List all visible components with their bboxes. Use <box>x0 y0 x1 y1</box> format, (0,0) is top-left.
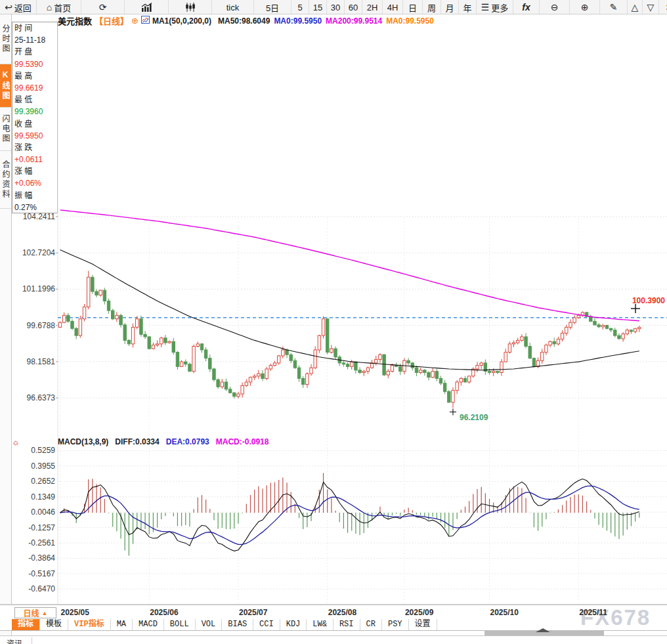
toolbar-item-triangle-up-icon[interactable]: △ <box>628 0 643 14</box>
time-axis: 日线 ▲ 2025/052025/062025/072025/082025/09… <box>0 605 667 619</box>
toolbar-item-label: 返回 <box>14 1 32 14</box>
macd-axis-label: -0.2561 <box>28 538 55 547</box>
macd-axis-label: -0.5167 <box>28 569 55 578</box>
zoom-in-icon: ⊕ <box>581 3 589 12</box>
indicator-tab-指标[interactable]: 指标 <box>12 619 40 630</box>
toolbar-item-2H[interactable]: 2H <box>362 0 383 14</box>
ma-value: MA0:99.5950 <box>274 16 322 26</box>
toolbar-item-refresh-icon[interactable]: ⟳ <box>81 0 125 14</box>
indicator-tab-VIP指标[interactable]: VIP指标 <box>68 619 111 630</box>
indicator-tab-VOL[interactable]: VOL <box>196 619 223 630</box>
symbol-name: 美元指数 <box>58 14 92 27</box>
triangle-down-icon: ▽ <box>647 3 655 12</box>
macd-axis-label: 0.0046 <box>31 507 55 517</box>
macd-value: DEA:0.0793 <box>166 437 209 448</box>
macd-axis-label: 0.1349 <box>31 492 55 502</box>
chart-title-row: 美元指数 【日线】 ⊕ MA1(50,0,200,0) MA50:98.6049… <box>58 15 434 26</box>
bar-chart-icon <box>141 3 152 12</box>
toolbar-item-返回[interactable]: ↩返回 <box>0 0 37 14</box>
indicator-tab-PSY[interactable]: PSY <box>382 619 409 630</box>
low-annotation-label: 96.2109 <box>460 413 488 422</box>
toolbar-item-label: 2H <box>367 3 378 12</box>
price-macd-chart[interactable]: 104.2411102.7204101.199699.678898.158196… <box>0 26 667 605</box>
toolbar-item-bar-chart-icon[interactable] <box>125 0 169 14</box>
toolbar-item-日[interactable]: 日 <box>403 0 423 14</box>
toolbar-item-首页[interactable]: ⌂首页 <box>37 0 81 14</box>
month-label: 2025/06 <box>150 608 178 617</box>
indicator-tab-CR[interactable]: CR <box>360 619 382 630</box>
indicator-tab-bar: 指标模板VIP指标MAMACDBOLLVOLBIASCCIKDJLW&RSICR… <box>0 619 667 631</box>
toolbar-item-label: 日 <box>408 1 417 14</box>
triangle-up-small-icon: ▲ <box>42 610 48 616</box>
macd-settings-icon[interactable]: ☼ <box>12 437 20 447</box>
macd-values: DIFF:0.0334DEA:0.0793MACD:-0.0918 <box>115 437 269 448</box>
toolbar-item-pencil-icon[interactable]: ✎ <box>600 0 628 14</box>
month-label: 2025/05 <box>61 608 89 617</box>
toolbar-item-candlestick-icon[interactable] <box>169 0 212 14</box>
toolbar-item-zoom-in-icon[interactable]: ⊕ <box>570 0 600 14</box>
candlestick-icon <box>185 3 196 12</box>
toolbar-item-label: 4H <box>387 3 398 12</box>
macd-axis-label: 0.5259 <box>31 446 55 455</box>
indicator-tab-BIAS[interactable]: BIAS <box>222 619 253 630</box>
toolbar-item-fx-icon[interactable]: fx <box>513 0 540 14</box>
ma-values: MA50:98.6049MA0:99.5950MA200:99.9514MA0:… <box>214 16 434 26</box>
indicator-tab-BOLL[interactable]: BOLL <box>164 619 196 630</box>
fx-icon: fx <box>522 3 530 12</box>
macd-axis-label: 0.2652 <box>31 477 55 486</box>
indicator-tab-LW&[interactable]: LW& <box>307 619 334 630</box>
news-tab[interactable]: 资讯 <box>5 637 32 644</box>
toolbar-item-4H[interactable]: 4H <box>383 0 403 14</box>
toolbar-item-模拟[interactable]: $模拟 <box>659 0 667 14</box>
dea-line <box>60 486 639 544</box>
indicator-tab-模板[interactable]: 模板 <box>40 619 68 630</box>
indicator-tab-设置[interactable]: 设置 <box>409 619 437 630</box>
macd-value: MACD:-0.0918 <box>216 437 269 448</box>
toolbar-item-triangle-down-icon[interactable]: ▽ <box>643 0 659 14</box>
pencil-icon: ✎ <box>610 3 618 12</box>
toolbar-item-zoom-out-icon[interactable]: ⊖ <box>540 0 570 14</box>
ma-value: MA0:99.5950 <box>386 16 434 26</box>
indicator-tab-RSI[interactable]: RSI <box>334 619 360 630</box>
toolbar-item-更多[interactable]: ☰更多 <box>477 0 513 14</box>
bottom-news-strip: 资讯 <box>0 636 667 644</box>
indicator-tab-KDJ[interactable]: KDJ <box>280 619 307 630</box>
toolbar-item-label: 5日 <box>266 1 279 14</box>
toolbar-item-周[interactable]: 周 <box>423 0 441 14</box>
price-axis-label: 101.1996 <box>22 284 55 293</box>
price-axis-label: 98.1581 <box>27 357 56 366</box>
toolbar-item-30[interactable]: 30 <box>327 0 345 14</box>
macd-axis-label: -0.1257 <box>28 523 55 532</box>
toolbar-item-label: 5 <box>297 3 302 12</box>
indicator-tab-MA[interactable]: MA <box>111 619 133 630</box>
diff-line <box>60 479 639 551</box>
toolbar-item-5日[interactable]: 5日 <box>254 0 291 14</box>
period-selector-button[interactable]: 日线 ▲ <box>14 607 56 618</box>
mini-chart-icon[interactable] <box>141 16 150 26</box>
toolbar-item-15[interactable]: 15 <box>309 0 327 14</box>
zoom-out-icon: ⊖ <box>551 3 559 12</box>
macd-axis-label: -0.3864 <box>28 553 55 563</box>
month-label: 2025/07 <box>239 608 267 617</box>
toolbar-item-月[interactable]: 月 <box>441 0 459 14</box>
toolbar-item-label: 周 <box>427 1 436 14</box>
indicator-tab-CCI[interactable]: CCI <box>253 619 280 630</box>
toolbar-item-label: 15 <box>313 3 322 12</box>
month-label: 2025/08 <box>328 608 356 617</box>
add-indicator-icon[interactable]: ⊕ <box>131 16 139 26</box>
toolbar-item-tick[interactable]: tick <box>212 0 254 14</box>
macd-header: MACD(13,8,9) DIFF:0.0334DEA:0.0793MACD:-… <box>58 437 269 448</box>
toolbar-item-label: 首页 <box>54 1 71 14</box>
indicator-tab-MACD[interactable]: MACD <box>133 619 164 630</box>
toolbar-item-年[interactable]: 年 <box>459 0 477 14</box>
toolbar-item-60[interactable]: 60 <box>345 0 362 14</box>
toolbar-item-5[interactable]: 5 <box>291 0 309 14</box>
month-label: 2025/09 <box>405 608 433 617</box>
toolbar-item-label: 30 <box>331 3 340 12</box>
panel-expand-handle[interactable] <box>536 628 550 632</box>
macd-axis-label: -0.6470 <box>28 584 55 593</box>
month-label: 2025/11 <box>579 608 607 617</box>
macd-title: MACD(13,8,9) <box>58 437 108 448</box>
period-selector-label: 日线 <box>24 607 39 618</box>
toolbar-item-label: tick <box>226 3 240 12</box>
